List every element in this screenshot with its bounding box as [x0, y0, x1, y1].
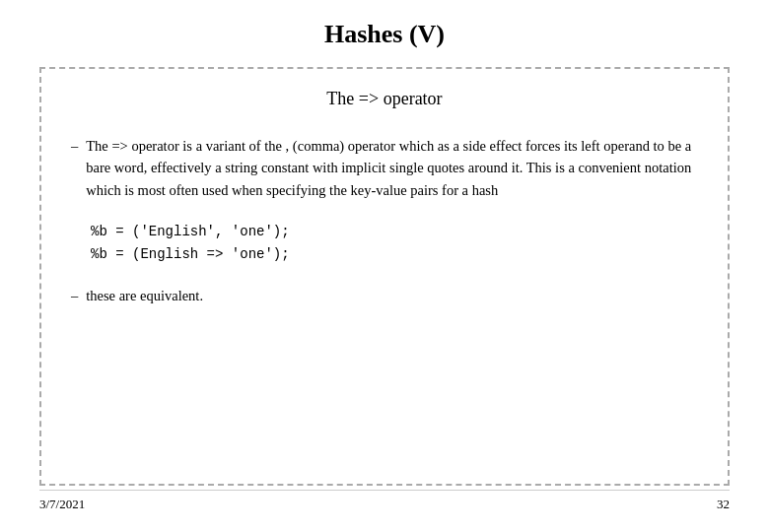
- content-box: The => operator – The => operator is a v…: [39, 67, 730, 486]
- bullet-point-1: – The => operator is a variant of the , …: [71, 135, 698, 201]
- bullet-point-2: – these are equivalent.: [71, 285, 698, 306]
- bullet-dash-2: –: [71, 285, 78, 306]
- slide-title: Hashes (V): [39, 20, 730, 49]
- code-line-1: %b = ('English', 'one');: [91, 221, 698, 242]
- bullet-dash-1: –: [71, 135, 78, 157]
- footer-page-number: 32: [717, 497, 730, 512]
- code-block: %b = ('English', 'one'); %b = (English =…: [91, 221, 698, 265]
- footer: 3/7/2021 32: [39, 490, 730, 512]
- box-heading: The => operator: [71, 89, 698, 109]
- page-container: Hashes (V) The => operator – The => oper…: [0, 0, 769, 532]
- code-line-2: %b = (English => 'one');: [91, 243, 698, 265]
- bullet-text-2: these are equivalent.: [86, 285, 698, 306]
- footer-date: 3/7/2021: [39, 497, 85, 512]
- bullet-text-1: The => operator is a variant of the , (c…: [86, 135, 698, 201]
